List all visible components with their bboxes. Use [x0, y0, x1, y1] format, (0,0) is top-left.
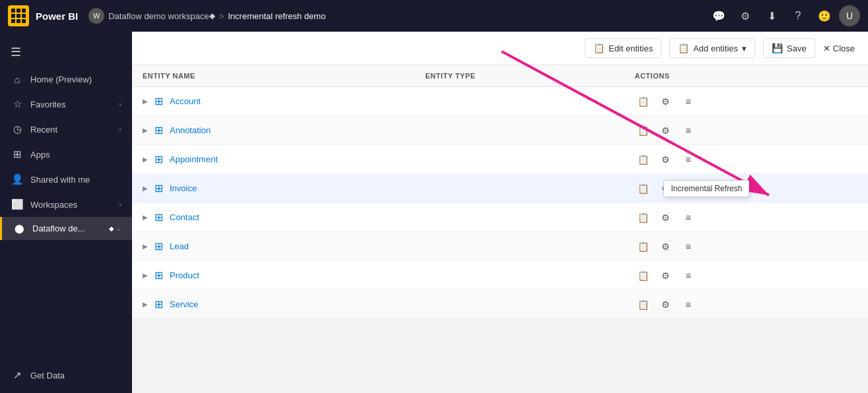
table-row: ▶ ⊞ Annotation 📋 ⚙ ≡ — [132, 116, 868, 145]
entity-cell-appointment: ▶ ⊞ Appointment — [132, 145, 415, 173]
entity-cell-account: ▶ ⊞ Account — [132, 87, 415, 115]
entity-type-account — [415, 87, 624, 116]
table-icon: ⊞ — [154, 211, 163, 224]
entity-table-container: ENTITY NAME ENTITY TYPE ACTIONS ▶ ⊞ Acco… — [132, 65, 868, 393]
expand-arrow-icon[interactable]: ▶ — [143, 243, 148, 250]
actions-cell-invoice: 📋 ⚙ ≡ Incremental Refresh — [624, 174, 868, 203]
expand-arrow-icon[interactable]: ▶ — [143, 156, 148, 163]
download-icon-button[interactable]: ⬇ — [760, 4, 784, 28]
entity-cell-annotation: ▶ ⊞ Annotation — [132, 116, 415, 144]
entity-name-appointment[interactable]: Appointment — [170, 154, 218, 164]
close-button[interactable]: ✕ Close — [823, 44, 855, 53]
table-row: ▶ ⊞ Product 📋 ⚙ ≡ — [132, 261, 868, 290]
close-x-icon: ✕ — [823, 44, 830, 53]
help-icon-button[interactable]: ? — [786, 4, 810, 28]
actions-cell-service: 📋 ⚙ ≡ — [624, 290, 868, 319]
entity-name-product[interactable]: Product — [170, 270, 199, 280]
entity-type-service — [415, 290, 624, 319]
settings-icon-button[interactable]: ⚙ — [733, 4, 757, 28]
save-label: Save — [787, 44, 807, 53]
edit-query-button-annotation[interactable]: 📋 — [634, 122, 651, 139]
expand-arrow-icon[interactable]: ▶ — [143, 214, 148, 221]
incremental-refresh-button-account[interactable]: ≡ — [679, 93, 696, 110]
entity-name-contact[interactable]: Contact — [170, 212, 199, 222]
actions-cell-lead: 📋 ⚙ ≡ — [624, 232, 868, 261]
sidebar-item-favorites[interactable]: ☆ Favorites › — [0, 92, 132, 117]
edit-entities-label: Edit entities — [609, 44, 653, 53]
edit-entities-button[interactable]: 📋 Edit entities — [585, 38, 661, 58]
add-entities-button[interactable]: 📋 Add entities ▾ — [669, 38, 755, 58]
diamond-icon: ◆ — [209, 11, 215, 20]
sidebar-item-dataflow[interactable]: ⬤ Dataflow de... ◆ ⌄ — [0, 217, 132, 240]
table-icon: ⊞ — [154, 153, 163, 166]
expand-arrow-icon[interactable]: ▶ — [143, 98, 148, 105]
entity-cell-contact: ▶ ⊞ Contact — [132, 203, 415, 231]
sidebar-item-home[interactable]: ⌂ Home (Preview) — [0, 67, 132, 92]
hamburger-button[interactable]: ☰ — [0, 40, 132, 65]
chat-icon-button[interactable]: 💬 — [707, 4, 731, 28]
table-row: ▶ ⊞ Service 📋 ⚙ ≡ — [132, 290, 868, 319]
incremental-refresh-button-lead[interactable]: ≡ — [679, 238, 696, 255]
waffle-icon — [11, 9, 26, 23]
edit-query-button-contact[interactable]: 📋 — [634, 209, 651, 226]
feedback-icon-button[interactable]: 🙂 — [813, 4, 836, 28]
incremental-refresh-button-contact[interactable]: ≡ — [679, 209, 696, 226]
entity-cell-service: ▶ ⊞ Service — [132, 290, 415, 318]
sidebar-item-apps[interactable]: ⊞ Apps — [0, 142, 132, 167]
settings-button-lead[interactable]: ⚙ — [657, 238, 674, 255]
entity-name-lead[interactable]: Lead — [170, 241, 189, 251]
add-entities-chevron-icon: ▾ — [742, 44, 747, 53]
workspaces-icon: ⬜ — [11, 198, 24, 210]
entity-name-invoice[interactable]: Invoice — [170, 183, 197, 193]
col-entity-type: ENTITY TYPE — [415, 65, 624, 87]
table-icon: ⊞ — [154, 269, 163, 282]
expand-arrow-icon[interactable]: ▶ — [143, 301, 148, 308]
edit-query-button-product[interactable]: 📋 — [634, 267, 651, 284]
settings-button-account[interactable]: ⚙ — [657, 93, 674, 110]
edit-query-button-lead[interactable]: 📋 — [634, 238, 651, 255]
add-entities-label: Add entities — [693, 44, 738, 53]
recent-icon: ◷ — [11, 123, 24, 135]
sidebar-item-shared[interactable]: 👤 Shared with me — [0, 167, 132, 192]
entity-name-service[interactable]: Service — [170, 299, 198, 309]
app-launcher-button[interactable] — [8, 5, 29, 26]
expand-arrow-icon[interactable]: ▶ — [143, 272, 148, 279]
add-entities-icon: 📋 — [678, 43, 689, 53]
expand-arrow-icon[interactable]: ▶ — [143, 127, 148, 134]
sidebar-label-home: Home (Preview) — [30, 75, 121, 84]
incremental-refresh-button-service[interactable]: ≡ — [679, 296, 696, 313]
sidebar-item-getdata[interactable]: ↗ Get Data — [0, 363, 132, 388]
edit-query-button-account[interactable]: 📋 — [634, 93, 651, 110]
entity-name-annotation[interactable]: Annotation — [170, 125, 211, 135]
sidebar-item-workspaces[interactable]: ⬜ Workspaces › — [0, 192, 132, 217]
user-avatar[interactable]: U — [839, 5, 860, 26]
action-bar: 📋 Edit entities 📋 Add entities ▾ 💾 Save … — [132, 32, 868, 65]
settings-button-contact[interactable]: ⚙ — [657, 209, 674, 226]
settings-button-annotation[interactable]: ⚙ — [657, 122, 674, 139]
diamond-badge-icon: ◆ — [109, 225, 114, 232]
sidebar: ☰ ⌂ Home (Preview) ☆ Favorites › ◷ Recen… — [0, 32, 132, 393]
incremental-refresh-button-product[interactable]: ≡ — [679, 267, 696, 284]
incremental-refresh-button-appointment[interactable]: ≡ — [679, 151, 696, 168]
edit-query-button-service[interactable]: 📋 — [634, 296, 651, 313]
save-button[interactable]: 💾 Save — [763, 38, 815, 58]
actions-cell-annotation: 📋 ⚙ ≡ — [624, 116, 868, 145]
col-entity-name: ENTITY NAME — [132, 65, 415, 87]
table-row: ▶ ⊞ Lead 📋 ⚙ ≡ — [132, 232, 868, 261]
settings-button-service[interactable]: ⚙ — [657, 296, 674, 313]
settings-button-product[interactable]: ⚙ — [657, 267, 674, 284]
expand-arrow-icon[interactable]: ▶ — [143, 185, 148, 192]
incremental-refresh-wrapper-invoice: ≡ Incremental Refresh — [679, 180, 696, 197]
sidebar-item-recent[interactable]: ◷ Recent › — [0, 117, 132, 142]
table-body: ▶ ⊞ Account 📋 ⚙ ≡ — [132, 87, 868, 319]
breadcrumb-workspace[interactable]: Dataflow demo workspace — [108, 11, 209, 21]
main-layout: ☰ ⌂ Home (Preview) ☆ Favorites › ◷ Recen… — [0, 32, 868, 393]
edit-query-button-appointment[interactable]: 📋 — [634, 151, 651, 168]
entity-name-account[interactable]: Account — [170, 96, 201, 106]
settings-button-appointment[interactable]: ⚙ — [657, 151, 674, 168]
edit-query-button-invoice[interactable]: 📋 — [634, 180, 651, 197]
incremental-refresh-button-annotation[interactable]: ≡ — [679, 122, 696, 139]
topbar: Power BI W Dataflow demo workspace ◆ > I… — [0, 0, 868, 32]
actions-cell-product: 📋 ⚙ ≡ — [624, 261, 868, 290]
entity-type-lead — [415, 232, 624, 261]
